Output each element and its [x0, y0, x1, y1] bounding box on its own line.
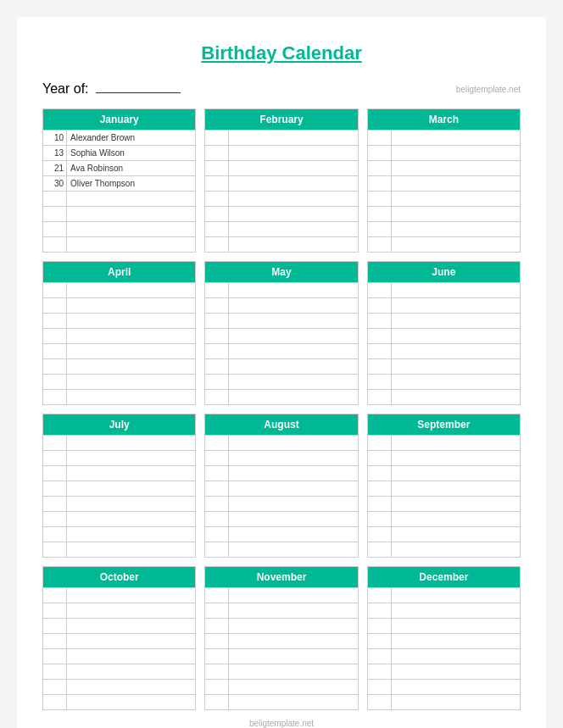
name-cell[interactable]	[67, 237, 195, 252]
day-cell[interactable]	[368, 634, 392, 648]
name-cell[interactable]	[229, 192, 357, 206]
year-line[interactable]	[96, 92, 181, 93]
name-cell[interactable]	[392, 344, 520, 358]
name-cell[interactable]	[229, 649, 357, 664]
name-cell[interactable]	[229, 527, 357, 542]
day-cell[interactable]	[43, 298, 67, 313]
day-cell[interactable]	[205, 161, 229, 175]
day-cell[interactable]	[368, 375, 392, 389]
day-cell[interactable]	[368, 542, 392, 557]
day-cell[interactable]	[368, 344, 392, 358]
name-cell[interactable]	[67, 314, 195, 328]
day-cell[interactable]	[368, 131, 392, 145]
name-cell[interactable]: Oliver Thompson	[67, 176, 195, 191]
name-cell[interactable]	[67, 222, 195, 236]
day-cell[interactable]: 13	[43, 146, 67, 160]
day-cell[interactable]	[205, 497, 229, 511]
day-cell[interactable]	[205, 664, 229, 679]
name-cell[interactable]	[67, 497, 195, 511]
day-cell[interactable]	[205, 390, 229, 404]
day-cell[interactable]	[205, 359, 229, 374]
name-cell[interactable]	[67, 527, 195, 542]
name-cell[interactable]	[392, 222, 520, 236]
name-cell[interactable]	[392, 542, 520, 557]
name-cell[interactable]	[392, 451, 520, 465]
name-cell[interactable]	[67, 192, 195, 206]
name-cell[interactable]	[67, 603, 195, 618]
name-cell[interactable]	[67, 512, 195, 526]
name-cell[interactable]	[229, 634, 357, 648]
day-cell[interactable]	[368, 466, 392, 481]
day-cell[interactable]	[43, 497, 67, 511]
day-cell[interactable]	[205, 314, 229, 328]
day-cell[interactable]	[205, 146, 229, 160]
name-cell[interactable]	[392, 207, 520, 221]
name-cell[interactable]: Sophia Wilson	[67, 146, 195, 160]
day-cell[interactable]	[43, 375, 67, 389]
name-cell[interactable]	[229, 512, 357, 526]
name-cell[interactable]	[67, 329, 195, 343]
day-cell[interactable]	[43, 481, 67, 496]
name-cell[interactable]	[392, 527, 520, 542]
day-cell[interactable]	[43, 237, 67, 252]
name-cell[interactable]	[392, 329, 520, 343]
name-cell[interactable]	[392, 497, 520, 511]
day-cell[interactable]: 30	[43, 176, 67, 191]
name-cell[interactable]	[392, 634, 520, 648]
day-cell[interactable]	[205, 680, 229, 694]
day-cell[interactable]	[43, 207, 67, 221]
day-cell[interactable]	[205, 207, 229, 221]
name-cell[interactable]	[392, 680, 520, 694]
day-cell[interactable]	[368, 192, 392, 206]
name-cell[interactable]	[229, 131, 357, 145]
day-cell[interactable]	[368, 695, 392, 709]
day-cell[interactable]	[43, 390, 67, 404]
name-cell[interactable]	[67, 680, 195, 694]
name-cell[interactable]	[392, 283, 520, 297]
day-cell[interactable]	[205, 436, 229, 450]
name-cell[interactable]	[229, 451, 357, 465]
day-cell[interactable]	[43, 436, 67, 450]
name-cell[interactable]: Alexander Brown	[67, 131, 195, 145]
name-cell[interactable]	[67, 695, 195, 709]
day-cell[interactable]	[43, 619, 67, 633]
name-cell[interactable]	[67, 344, 195, 358]
day-cell[interactable]	[43, 588, 67, 603]
name-cell[interactable]	[67, 390, 195, 404]
name-cell[interactable]	[229, 283, 357, 297]
name-cell[interactable]	[392, 649, 520, 664]
name-cell[interactable]	[67, 634, 195, 648]
day-cell[interactable]	[43, 634, 67, 648]
day-cell[interactable]	[368, 436, 392, 450]
day-cell[interactable]	[368, 588, 392, 603]
name-cell[interactable]	[229, 695, 357, 709]
name-cell[interactable]	[229, 390, 357, 404]
day-cell[interactable]	[368, 680, 392, 694]
day-cell[interactable]	[205, 298, 229, 313]
day-cell[interactable]	[43, 314, 67, 328]
name-cell[interactable]	[67, 466, 195, 481]
name-cell[interactable]	[392, 314, 520, 328]
day-cell[interactable]	[205, 588, 229, 603]
name-cell[interactable]	[229, 237, 357, 252]
name-cell[interactable]	[392, 436, 520, 450]
name-cell[interactable]: Ava Robinson	[67, 161, 195, 175]
day-cell[interactable]	[368, 451, 392, 465]
name-cell[interactable]	[229, 176, 357, 191]
day-cell[interactable]	[43, 451, 67, 465]
name-cell[interactable]	[229, 298, 357, 313]
day-cell[interactable]	[43, 649, 67, 664]
name-cell[interactable]	[67, 542, 195, 557]
day-cell[interactable]	[368, 161, 392, 175]
day-cell[interactable]	[205, 283, 229, 297]
day-cell[interactable]	[368, 176, 392, 191]
name-cell[interactable]	[67, 664, 195, 679]
name-cell[interactable]	[67, 481, 195, 496]
name-cell[interactable]	[229, 664, 357, 679]
day-cell[interactable]	[368, 283, 392, 297]
name-cell[interactable]	[229, 588, 357, 603]
name-cell[interactable]	[229, 207, 357, 221]
day-cell[interactable]	[368, 603, 392, 618]
day-cell[interactable]	[43, 192, 67, 206]
day-cell[interactable]: 21	[43, 161, 67, 175]
